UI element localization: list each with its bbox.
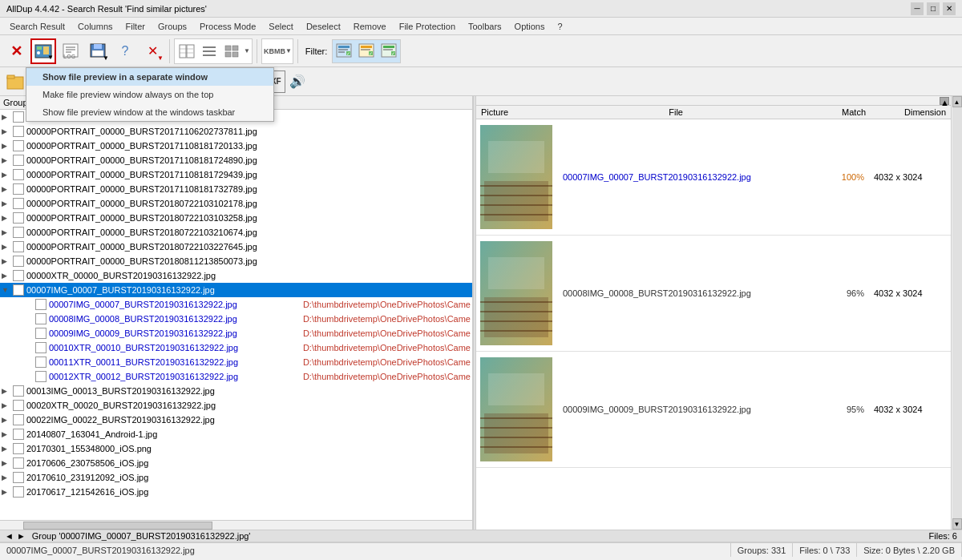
expand-btn[interactable]: ▶ — [2, 228, 13, 236]
expand-btn[interactable]: ▶ — [2, 401, 13, 409]
expand-btn[interactable]: ▶ — [2, 459, 13, 467]
detail-view-button[interactable] — [176, 40, 198, 62]
file-checkbox[interactable] — [13, 457, 24, 469]
folder-open-button[interactable] — [3, 71, 27, 93]
menu-item-groups[interactable]: Groups — [152, 20, 193, 33]
file-checkbox[interactable] — [13, 284, 24, 296]
close-button[interactable]: ✕ — [943, 2, 956, 15]
file-checkbox[interactable] — [13, 256, 24, 267]
list-item[interactable]: ▶00000PORTRAIT_00000_BURST20180722103210… — [0, 225, 472, 240]
picture-row[interactable]: 00007IMG_00007_BURST20190316132922.jpg10… — [476, 119, 951, 236]
file-checkbox[interactable] — [13, 270, 24, 281]
file-checkbox[interactable] — [13, 198, 24, 209]
list-item[interactable]: 00008IMG_00008_BURST20190316132922.jpgD:… — [0, 312, 472, 326]
list-item[interactable]: 00007IMG_00007_BURST20190316132922.jpgD:… — [0, 297, 472, 312]
scroll-left-btn[interactable]: ◄ — [5, 531, 14, 541]
file-checkbox[interactable] — [35, 328, 46, 339]
file-checkbox[interactable] — [13, 212, 24, 224]
file-checkbox[interactable] — [13, 111, 24, 123]
expand-btn[interactable]: ▶ — [2, 214, 13, 222]
right-scrollbar[interactable]: ▲ ▼ — [951, 96, 962, 530]
file-checkbox[interactable] — [35, 313, 46, 324]
file-checkbox[interactable] — [13, 126, 24, 137]
stop-button[interactable]: ✕ — [3, 38, 29, 64]
list-item[interactable]: ▶00000PORTRAIT_00000_BURST20171108181724… — [0, 153, 472, 167]
expand-btn[interactable]: ▶ — [2, 243, 13, 251]
list-item[interactable]: ▶00000PORTRAIT_00000_BURST20171108181720… — [0, 139, 472, 153]
list-item[interactable]: ▶00000PORTRAIT_00000_BURST20171108181732… — [0, 182, 472, 196]
expand-btn[interactable]: ▶ — [2, 416, 13, 424]
expand-btn[interactable]: ▶ — [2, 185, 13, 193]
scroll-right-btn[interactable]: ► — [17, 531, 26, 541]
list-item[interactable]: ▶00000PORTRAIT_00000_BURST20180811213850… — [0, 254, 472, 268]
sort-dropdown-arrow[interactable]: ▼ — [285, 47, 292, 54]
file-checkbox[interactable] — [13, 414, 24, 425]
expand-btn[interactable]: ▶ — [2, 387, 13, 395]
save-button[interactable]: ▼ — [85, 38, 111, 64]
left-scrollbar[interactable] — [0, 520, 472, 530]
list-item[interactable]: 00010XTR_00010_BURST20190316132922.jpgD:… — [0, 340, 472, 355]
expand-btn[interactable]: ▶ — [2, 199, 13, 207]
list-item[interactable]: 00009IMG_00009_BURST20190316132922.jpgD:… — [0, 326, 472, 340]
list-item[interactable]: ▶00022IMG_00022_BURST20190316132922.jpg — [0, 413, 472, 427]
list-item[interactable]: ▶20140807_163041_Android-1.jpg — [0, 427, 472, 441]
file-checkbox[interactable] — [13, 472, 24, 483]
picture-row[interactable]: 00009IMG_00009_BURST20190316132922.jpg95… — [476, 352, 951, 468]
scroll-thumb[interactable] — [23, 522, 212, 530]
list-item[interactable]: ▶00013IMG_00013_BURST20190316132922.jpg — [0, 384, 472, 398]
expand-btn[interactable]: ▶ — [2, 473, 13, 481]
list-item[interactable]: ▶20170606_230758506_iOS.jpg — [0, 456, 472, 470]
list-item[interactable]: ▶20170301_155348000_iOS.png — [0, 441, 472, 456]
scroll-up-btn[interactable]: ▲ — [940, 97, 949, 105]
filter-btn-2[interactable]: ✓ — [355, 40, 378, 62]
list-item[interactable]: ▶00000PORTRAIT_00000_BURST20171108181729… — [0, 167, 472, 182]
list-item[interactable]: ▶00000PORTRAIT_00000_BURST20171106202737… — [0, 124, 472, 139]
file-checkbox[interactable] — [13, 140, 24, 151]
filter-btn-3[interactable]: ✓ — [378, 40, 400, 62]
menu-item-filter[interactable]: Filter — [119, 20, 152, 33]
menu-item-columns[interactable]: Columns — [71, 20, 119, 33]
expand-btn[interactable]: ▶ — [2, 156, 13, 164]
preview-toggle-button[interactable]: ▼ — [30, 38, 56, 64]
list-item[interactable]: ▶00020XTR_00020_BURST20190316132922.jpg — [0, 398, 472, 413]
file-checkbox[interactable] — [13, 400, 24, 411]
file-checkbox[interactable] — [13, 241, 24, 252]
scroll-down-arrow[interactable]: ▼ — [952, 518, 962, 530]
menu-item-search-result[interactable]: Search Result — [3, 20, 71, 33]
file-checkbox[interactable] — [13, 385, 24, 397]
view-dropdown-arrow[interactable]: ▼ — [243, 47, 251, 54]
menu-item-options[interactable]: Options — [508, 20, 552, 33]
expand-btn[interactable]: ▶ — [2, 171, 13, 179]
menu-item-remove[interactable]: Remove — [347, 20, 393, 33]
expand-btn[interactable]: ▼ — [2, 286, 13, 294]
list-item[interactable]: ▼00007IMG_00007_BURST20190316132922.jpg — [0, 283, 472, 297]
list-item[interactable]: ▶00000XTR_00000_BURST20190316132922.jpg — [0, 268, 472, 283]
menu-item-process-mode[interactable]: Process Mode — [193, 20, 262, 33]
file-checkbox[interactable] — [13, 429, 24, 440]
file-checkbox[interactable] — [13, 155, 24, 166]
menu-item-select[interactable]: Select — [262, 20, 300, 33]
filter-btn-1[interactable]: ✓ — [333, 40, 355, 62]
speaker-button[interactable]: 🔊 — [285, 71, 309, 93]
expand-btn[interactable]: ▶ — [2, 142, 13, 150]
list-item[interactable]: ▶00000PORTRAIT_00000_BURST20180722103102… — [0, 196, 472, 211]
tile-view-button[interactable] — [220, 40, 243, 62]
menu-item-taskbar[interactable]: Show file preview window at the windows … — [26, 103, 273, 121]
file-checkbox[interactable] — [35, 357, 46, 368]
expand-btn[interactable]: ▶ — [2, 257, 13, 265]
delete-button[interactable]: ✕ ▼ — [139, 38, 165, 64]
scroll-up-arrow[interactable]: ▲ — [952, 96, 962, 107]
file-checkbox[interactable] — [13, 227, 24, 238]
picture-row[interactable]: 00008IMG_00008_BURST20190316132922.jpg96… — [476, 236, 951, 352]
menu-item-?[interactable]: ? — [552, 20, 569, 33]
maximize-button[interactable]: □ — [927, 2, 940, 15]
list-item[interactable]: ▶00000PORTRAIT_00000_BURST20180722103103… — [0, 211, 472, 225]
menu-item-deselect[interactable]: Deselect — [300, 20, 347, 33]
expand-btn[interactable]: ▶ — [2, 430, 13, 438]
list-view-button[interactable] — [198, 40, 220, 62]
log-button[interactable]: LOG — [58, 38, 83, 64]
list-item[interactable]: ▶00000PORTRAIT_00000_BURST20180722103227… — [0, 240, 472, 254]
file-checkbox[interactable] — [35, 371, 46, 382]
list-item[interactable]: 00012XTR_00012_BURST20190316132922.jpgD:… — [0, 369, 472, 384]
menu-item-toolbars[interactable]: Toolbars — [462, 20, 508, 33]
